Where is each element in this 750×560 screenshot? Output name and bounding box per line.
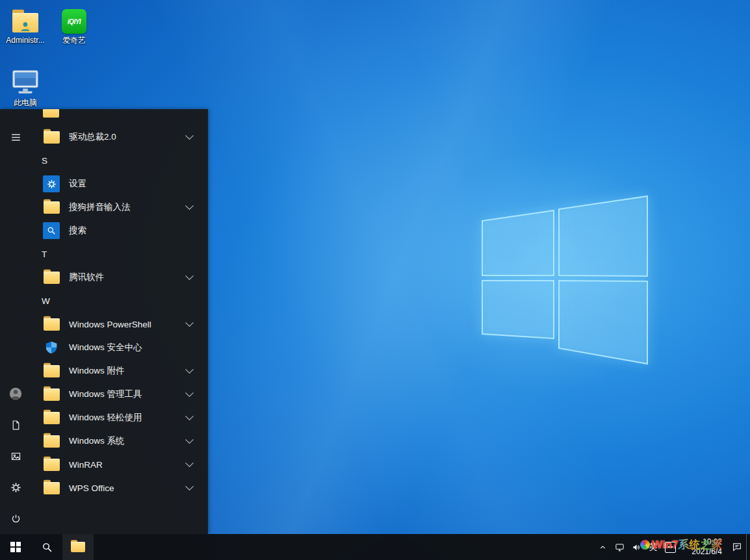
start-app-item-partial[interactable] xyxy=(43,109,59,120)
folder-icon xyxy=(44,272,60,284)
start-app-item[interactable]: 设置 xyxy=(31,172,208,196)
app-label: Windows 附件 xyxy=(69,365,125,377)
taskbar: 英 10:02 2021/6/4 xyxy=(0,534,750,560)
desktop-icon-label: Administr... xyxy=(1,36,49,45)
app-label: WPS Office xyxy=(69,483,114,493)
app-label: Windows 轻松使用 xyxy=(69,412,142,424)
folder-icon xyxy=(44,435,60,448)
settings-button[interactable] xyxy=(0,472,31,503)
start-app-item[interactable]: Windows 安全中心 xyxy=(31,336,208,359)
windows-hero-logo xyxy=(455,181,663,375)
settings-gear-icon xyxy=(43,175,60,192)
tray-expand-button[interactable] xyxy=(594,534,611,560)
computer-icon xyxy=(10,68,40,96)
app-label: 驱动总裁2.0 xyxy=(69,131,116,143)
app-label: 搜索 xyxy=(69,225,86,236)
chevron-down-icon[interactable] xyxy=(185,318,194,327)
taskbar-search-button[interactable] xyxy=(31,534,62,560)
app-label: 设置 xyxy=(69,178,86,190)
chevron-down-icon[interactable] xyxy=(185,459,194,467)
folder-icon xyxy=(44,412,60,424)
desktop-icon-administrator[interactable]: Administr... xyxy=(1,4,49,45)
ime-mode-button[interactable] xyxy=(662,534,679,560)
desktop-icon-label: 此电脑 xyxy=(1,99,49,107)
file-explorer-button[interactable] xyxy=(62,534,94,560)
start-app-item[interactable]: Windows 轻松使用 xyxy=(31,406,208,429)
chevron-up-icon xyxy=(599,543,607,552)
start-app-item[interactable]: WPS Office xyxy=(31,476,208,500)
volume-button[interactable] xyxy=(628,534,645,560)
folder-icon xyxy=(44,365,60,377)
file-explorer-icon xyxy=(71,542,85,552)
pictures-button[interactable] xyxy=(0,440,31,472)
show-desktop-strip[interactable] xyxy=(746,534,750,560)
folder-icon xyxy=(44,388,60,401)
start-button[interactable] xyxy=(0,534,31,560)
chevron-down-icon[interactable] xyxy=(185,131,194,140)
taskbar-clock[interactable]: 10:02 2021/6/4 xyxy=(679,534,728,560)
chevron-down-icon[interactable] xyxy=(185,412,194,420)
app-label: 搜狗拼音输入法 xyxy=(69,201,131,213)
app-label: 腾讯软件 xyxy=(69,272,104,283)
system-tray: 英 10:02 2021/6/4 xyxy=(594,534,750,560)
start-app-item[interactable]: Windows 管理工具 xyxy=(31,383,208,406)
expand-menu-button[interactable] xyxy=(0,121,31,153)
start-app-list: 驱动总裁2.0S设置搜狗拼音输入法搜索T腾讯软件WWindows PowerSh… xyxy=(31,125,208,500)
start-app-item[interactable]: WinRAR xyxy=(31,453,208,476)
app-label: Windows 系统 xyxy=(69,435,125,447)
app-section-header[interactable]: S xyxy=(31,149,208,172)
start-app-item[interactable]: Windows 系统 xyxy=(31,429,208,453)
app-section-header[interactable]: W xyxy=(31,289,208,312)
app-label: WinRAR xyxy=(69,460,103,470)
security-shield-icon xyxy=(44,340,58,355)
person-icon xyxy=(19,20,32,33)
tray-time: 10:02 xyxy=(703,537,722,547)
folder-icon xyxy=(44,459,60,471)
action-center-button[interactable] xyxy=(728,534,746,560)
folder-icon xyxy=(44,482,60,494)
documents-button[interactable] xyxy=(0,409,31,440)
gear-icon xyxy=(10,482,21,493)
user-account-button[interactable] xyxy=(0,378,31,409)
user-avatar-icon xyxy=(8,387,23,401)
folder-icon xyxy=(44,318,60,331)
app-label: Windows PowerShell xyxy=(69,320,151,329)
chevron-down-icon[interactable] xyxy=(185,201,194,210)
search-icon xyxy=(42,542,53,553)
speaker-icon xyxy=(632,542,641,552)
folder-icon xyxy=(44,131,60,144)
documents-icon xyxy=(10,420,21,431)
ime-mode-icon xyxy=(665,542,676,553)
chevron-down-icon[interactable] xyxy=(185,272,194,280)
action-center-icon xyxy=(732,542,742,552)
user-folder-icon xyxy=(12,13,38,34)
app-label: Windows 管理工具 xyxy=(69,388,142,400)
chevron-down-icon[interactable] xyxy=(185,482,194,490)
network-status-button[interactable] xyxy=(611,534,628,560)
power-icon xyxy=(10,513,21,524)
ime-language-indicator[interactable]: 英 xyxy=(645,534,662,560)
iqiyi-icon: iQIYI xyxy=(62,9,86,34)
chevron-down-icon[interactable] xyxy=(185,388,194,397)
start-app-item[interactable]: Windows PowerShell xyxy=(31,312,208,336)
start-app-item[interactable]: 搜狗拼音输入法 xyxy=(31,196,208,219)
desktop-icon-this-pc[interactable]: 此电脑 xyxy=(1,66,49,107)
hamburger-menu-icon xyxy=(10,132,21,143)
tray-date: 2021/6/4 xyxy=(692,547,722,557)
power-button[interactable] xyxy=(0,503,31,534)
pictures-icon xyxy=(10,451,21,462)
network-ethernet-icon xyxy=(615,542,625,552)
chevron-down-icon[interactable] xyxy=(185,435,194,444)
start-app-item[interactable]: 腾讯软件 xyxy=(31,266,208,289)
start-app-item[interactable]: 驱动总裁2.0 xyxy=(31,125,208,149)
app-label: Windows 安全中心 xyxy=(69,342,142,353)
desktop-icon-iqiyi[interactable]: iQIYI 爱奇艺 xyxy=(50,4,98,45)
folder-icon xyxy=(43,109,59,118)
start-app-item[interactable]: 搜索 xyxy=(31,219,208,242)
windows-start-icon xyxy=(10,542,21,552)
chevron-down-icon[interactable] xyxy=(185,365,194,374)
start-app-item[interactable]: Windows 附件 xyxy=(31,359,208,383)
start-menu-rail xyxy=(0,109,31,534)
app-section-header[interactable]: T xyxy=(31,242,208,266)
search-app-icon xyxy=(43,222,60,239)
